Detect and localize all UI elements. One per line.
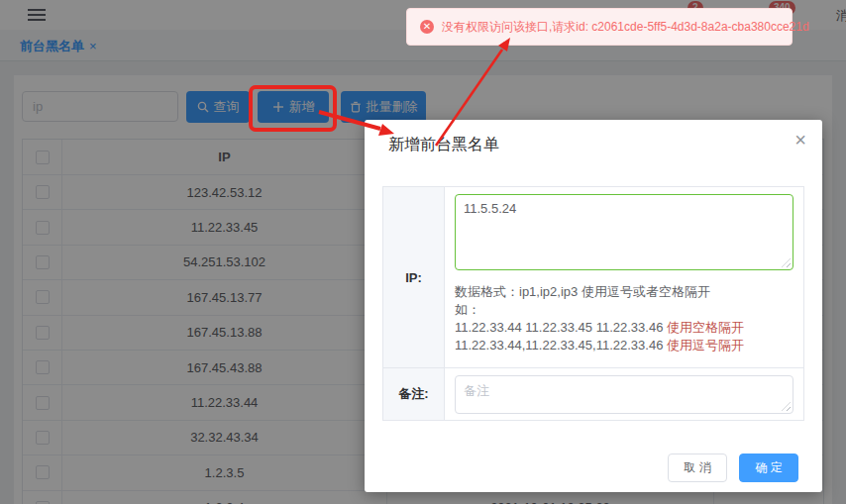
error-toast: ✕ 没有权限访问该接口,请求id: c2061cde-5ff5-4d3d-8a2…: [406, 8, 793, 46]
dialog-close-icon[interactable]: ×: [794, 130, 806, 150]
error-toast-message: 没有权限访问该接口,请求id: c2061cde-5ff5-4d3d-8a2a-…: [442, 19, 809, 36]
help-line: 11.22.33.44,11.22.33.45,11.22.33.46 使用逗号…: [455, 337, 793, 354]
dialog-footer: 取 消 确 定: [668, 454, 798, 482]
ip-form-row: IP: 11.5.5.24 数据格式：ip1,ip2,ip3 使用逗号或者空格隔…: [383, 187, 803, 367]
error-circle-icon: ✕: [420, 20, 434, 34]
confirm-button[interactable]: 确 定: [739, 454, 798, 482]
ip-field-label: IP:: [383, 187, 445, 367]
help-line: 数据格式：ip1,ip2,ip3 使用逗号或者空格隔开: [455, 283, 793, 301]
remark-field-label: 备注:: [383, 368, 445, 420]
ip-format-help: 数据格式：ip1,ip2,ip3 使用逗号或者空格隔开 如： 11.22.33.…: [455, 283, 793, 354]
help-line: 11.22.33.44 11.22.33.45 11.22.33.46 使用空格…: [455, 319, 793, 337]
help-line: 如：: [455, 301, 793, 319]
ip-textarea[interactable]: 11.5.5.24: [455, 194, 793, 270]
add-blacklist-dialog: 新增前台黑名单 × IP: 11.5.5.24 数据格式：ip1,ip2,ip3…: [365, 120, 822, 492]
remark-textarea[interactable]: [455, 375, 793, 414]
cancel-button[interactable]: 取 消: [668, 454, 727, 482]
dialog-title: 新增前台黑名单: [388, 135, 499, 155]
remark-form-row: 备注:: [383, 367, 803, 420]
dialog-form: IP: 11.5.5.24 数据格式：ip1,ip2,ip3 使用逗号或者空格隔…: [382, 186, 804, 421]
